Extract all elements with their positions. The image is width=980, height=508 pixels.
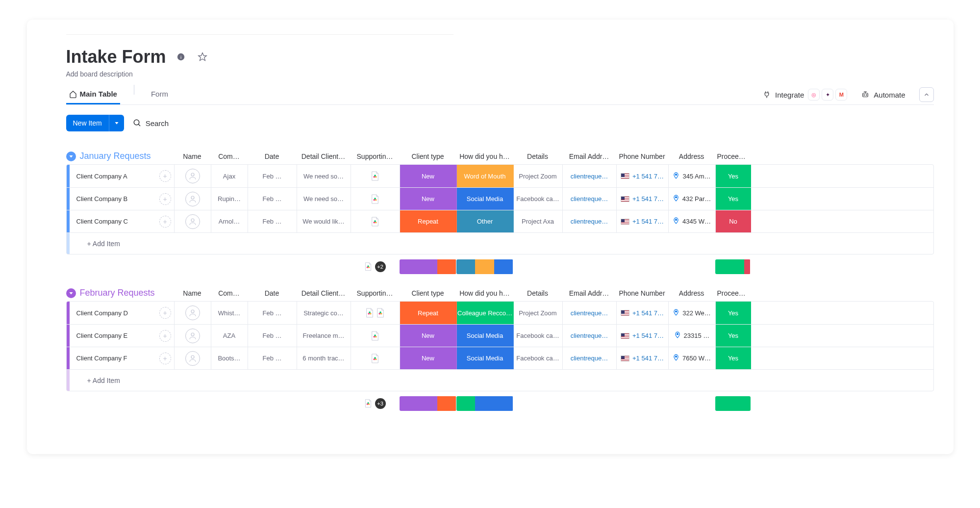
address-cell[interactable]: 23315 … bbox=[669, 325, 716, 347]
item-name-cell[interactable]: Client Company C + bbox=[67, 210, 175, 232]
email-cell[interactable]: clientreque… bbox=[563, 347, 617, 369]
details-cell[interactable]: Project Zoom bbox=[514, 165, 563, 187]
detail-cell[interactable]: We would lik… bbox=[297, 210, 351, 232]
how-heard-cell[interactable]: Colleague Recco… bbox=[457, 302, 514, 324]
col-date[interactable]: Date bbox=[248, 289, 297, 297]
email-cell[interactable]: clientreque… bbox=[563, 188, 617, 210]
col-proceed[interactable]: Proceed w… bbox=[715, 152, 751, 160]
proceed-cell[interactable]: Yes bbox=[716, 165, 751, 187]
file-icon[interactable] bbox=[376, 307, 385, 318]
file-cell[interactable] bbox=[351, 188, 400, 210]
table-row[interactable]: Client Company B + Rupin… Feb … We need … bbox=[67, 187, 933, 210]
company-cell[interactable]: Rupin… bbox=[211, 188, 248, 210]
col-client-type[interactable]: Client type bbox=[400, 152, 456, 160]
details-cell[interactable]: Facebook ca… bbox=[514, 325, 563, 347]
new-item-caret[interactable] bbox=[109, 115, 124, 131]
how-heard-cell[interactable]: Social Media bbox=[457, 188, 514, 210]
company-cell[interactable]: Ajax bbox=[211, 165, 248, 187]
col-address[interactable]: Address bbox=[668, 289, 715, 297]
phone-cell[interactable]: +1 541 7… bbox=[617, 325, 669, 347]
phone-cell[interactable]: +1 541 7… bbox=[617, 165, 669, 187]
detail-cell[interactable]: We need so… bbox=[297, 188, 351, 210]
details-cell[interactable]: Facebook ca… bbox=[514, 347, 563, 369]
address-cell[interactable]: 4345 W… bbox=[669, 210, 716, 232]
person-cell[interactable] bbox=[175, 347, 211, 369]
person-cell[interactable] bbox=[175, 325, 211, 347]
person-cell[interactable] bbox=[175, 188, 211, 210]
how-heard-cell[interactable]: Other bbox=[457, 210, 514, 232]
date-cell[interactable]: Feb … bbox=[248, 347, 297, 369]
details-cell[interactable]: Project Zoom bbox=[514, 302, 563, 324]
col-com[interactable]: Com… bbox=[211, 289, 248, 297]
board-description[interactable]: Add board description bbox=[66, 70, 934, 78]
proceed-cell[interactable]: Yes bbox=[716, 302, 751, 324]
how-heard-cell[interactable]: Social Media bbox=[457, 325, 514, 347]
company-cell[interactable]: Whist… bbox=[211, 302, 248, 324]
email-cell[interactable]: clientreque… bbox=[563, 325, 617, 347]
add-item-button[interactable]: + Add Item bbox=[67, 233, 175, 254]
file-icon[interactable] bbox=[371, 194, 379, 204]
person-cell[interactable] bbox=[175, 302, 211, 324]
col-client-type[interactable]: Client type bbox=[400, 289, 456, 297]
file-cell[interactable] bbox=[351, 325, 400, 347]
company-cell[interactable]: Boots… bbox=[211, 347, 248, 369]
add-update-icon[interactable]: + bbox=[159, 330, 171, 342]
date-cell[interactable]: Feb … bbox=[248, 325, 297, 347]
automate-button[interactable]: Automate bbox=[861, 90, 905, 99]
file-cell[interactable] bbox=[351, 347, 400, 369]
address-cell[interactable]: 345 Am… bbox=[669, 165, 716, 187]
col-supporting[interactable]: Supportin… bbox=[351, 289, 400, 297]
col-email[interactable]: Email Addr… bbox=[562, 152, 616, 160]
person-cell[interactable] bbox=[175, 210, 211, 232]
group-title[interactable]: January Requests bbox=[66, 151, 174, 161]
col-supporting[interactable]: Supportin… bbox=[351, 152, 400, 160]
detail-cell[interactable]: Freelance m… bbox=[297, 325, 351, 347]
email-cell[interactable]: clientreque… bbox=[563, 165, 617, 187]
proceed-cell[interactable]: No bbox=[716, 210, 751, 232]
file-icon[interactable] bbox=[371, 171, 379, 181]
add-update-icon[interactable]: + bbox=[159, 216, 171, 228]
file-icon[interactable] bbox=[371, 330, 379, 341]
chevron-down-icon[interactable] bbox=[66, 152, 76, 161]
file-cell[interactable] bbox=[351, 210, 400, 232]
date-cell[interactable]: Feb … bbox=[248, 188, 297, 210]
col-details[interactable]: Details bbox=[513, 289, 562, 297]
client-type-cell[interactable]: New bbox=[400, 347, 457, 369]
col-phone[interactable]: Phone Number bbox=[616, 289, 668, 297]
company-cell[interactable]: Arnol… bbox=[211, 210, 248, 232]
chevron-down-icon[interactable] bbox=[66, 288, 76, 298]
col-how[interactable]: How did you h… bbox=[456, 289, 513, 297]
phone-cell[interactable]: +1 541 7… bbox=[617, 188, 669, 210]
add-update-icon[interactable]: + bbox=[159, 307, 171, 319]
email-cell[interactable]: clientreque… bbox=[563, 210, 617, 232]
col-detail[interactable]: Detail Client… bbox=[297, 152, 351, 160]
col-detail[interactable]: Detail Client… bbox=[297, 289, 351, 297]
detail-cell[interactable]: 6 month trac… bbox=[297, 347, 351, 369]
file-cell[interactable] bbox=[351, 165, 400, 187]
phone-cell[interactable]: +1 541 7… bbox=[617, 302, 669, 324]
proceed-cell[interactable]: Yes bbox=[716, 188, 751, 210]
file-cell[interactable] bbox=[351, 302, 400, 324]
table-row[interactable]: Client Company A + Ajax Feb … We need so… bbox=[67, 165, 933, 187]
file-icon[interactable] bbox=[365, 307, 374, 318]
date-cell[interactable]: Feb … bbox=[248, 302, 297, 324]
file-summary[interactable]: +3 bbox=[351, 396, 400, 411]
add-update-icon[interactable]: + bbox=[159, 353, 171, 364]
date-cell[interactable]: Feb … bbox=[248, 210, 297, 232]
details-cell[interactable]: Project Axa bbox=[514, 210, 563, 232]
new-item-button[interactable]: New Item bbox=[66, 115, 124, 131]
client-type-cell[interactable]: Repeat bbox=[400, 210, 457, 232]
col-com[interactable]: Com… bbox=[211, 152, 248, 160]
table-row[interactable]: Client Company D + Whist… Feb … Strategi… bbox=[67, 302, 933, 324]
col-proceed[interactable]: Proceed w… bbox=[715, 289, 751, 297]
item-name-cell[interactable]: Client Company D + bbox=[67, 302, 175, 324]
board-title[interactable]: Intake Form bbox=[66, 47, 166, 67]
search-button[interactable]: Search bbox=[133, 119, 169, 127]
new-item-label[interactable]: New Item bbox=[66, 115, 109, 131]
item-name-cell[interactable]: Client Company E + bbox=[67, 325, 175, 347]
address-cell[interactable]: 432 Par… bbox=[669, 188, 716, 210]
how-heard-cell[interactable]: Social Media bbox=[457, 347, 514, 369]
how-heard-cell[interactable]: Word of Mouth bbox=[457, 165, 514, 187]
file-icon[interactable] bbox=[371, 353, 379, 364]
phone-cell[interactable]: +1 541 7… bbox=[617, 210, 669, 232]
